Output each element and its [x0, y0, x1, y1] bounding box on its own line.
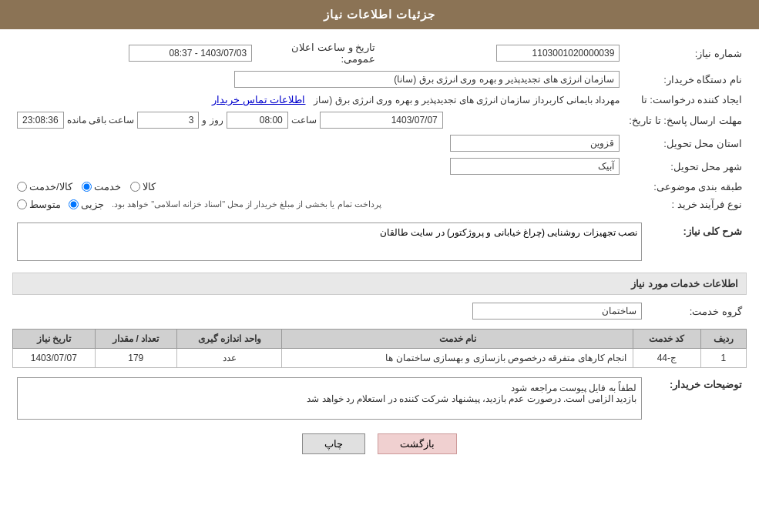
ostan-input: قزوین	[450, 135, 620, 152]
btn-bazgasht[interactable]: بازگشت	[378, 433, 457, 454]
sharhkoli-label: شرح کلی نیاز:	[646, 219, 747, 266]
tarikh-value: 1403/07/03 - 08:37	[12, 38, 257, 68]
row-ijadkonande: ایجاد کننده درخواست: تا مهرداد بایمانی ک…	[12, 91, 747, 109]
radio-kala-khadamat-input[interactable]	[17, 182, 27, 192]
mohlat-rooz-value: 3	[137, 112, 199, 129]
page-wrapper: جزئیات اطلاعات نیاز شماره نیاز: 11030010…	[0, 0, 759, 532]
tavzihat-box: لطفاً به فایل پیوست مراجعه شود بازدید ال…	[17, 377, 642, 420]
row-garohkhadamat: گروه خدمت: ساختمان	[12, 299, 747, 323]
tavzihat-line2: بازدید الزامی است. درصورت عدم بازدید، پی…	[22, 393, 636, 404]
row-shomare-tarikh: شماره نیاز: 1103001020000039 تاریخ و ساع…	[12, 38, 747, 68]
radio-jozi-input[interactable]	[69, 199, 79, 209]
cell-namkhadamat: انجام کارهای متفرقه درخصوص بازسازی و بهس…	[282, 349, 633, 368]
countdown-label: ساعت باقی مانده	[67, 115, 135, 125]
page-header: جزئیات اطلاعات نیاز	[0, 0, 759, 29]
col-vahed: واحد اندازه گیری	[177, 330, 282, 349]
row-tavzihat: توضیحات خریدار: لطفاً به فایل پیوست مراج…	[12, 374, 747, 423]
noefrayand-label: نوع فرآیند خرید :	[624, 196, 747, 213]
tarikh-input: 1403/07/03 - 08:37	[129, 45, 252, 62]
noefrayand-content: متوسط جزیی پرداخت تمام یا بخشی از مبلغ خ…	[12, 196, 624, 213]
col-namkhadamat: نام خدمت	[282, 330, 633, 349]
service-table-body: 1 ج-44 انجام کارهای متفرقه درخصوص بازساز…	[13, 349, 747, 368]
radio-motovaset-label: متوسط	[29, 199, 61, 210]
button-row: بازگشت چاپ	[12, 433, 747, 454]
col-kodkhadamat: کد خدمت	[633, 330, 701, 349]
shomare-input: 1103001020000039	[496, 45, 620, 62]
ijadkonande-link[interactable]: اطلاعات تماس خریدار	[212, 94, 305, 105]
cell-tedad: 179	[95, 349, 176, 368]
cell-vahed: عدد	[177, 349, 282, 368]
row-namdastgah: نام دستگاه خریدار: سازمان انرژی های تجدی…	[12, 68, 747, 91]
ijadkonande-text: مهرداد بایمانی کاربرداز سازمان انرژی های…	[314, 95, 620, 105]
tarikh-label: تاریخ و ساعت اعلان عمومی:	[257, 38, 380, 68]
radio-khadamat-input[interactable]	[82, 182, 92, 192]
col-tedad: تعداد / مقدار	[95, 330, 176, 349]
cell-tarikh: 1403/07/07	[13, 349, 96, 368]
garohkhadamat-label: گروه خدمت:	[646, 299, 747, 323]
ijadkonande-value: مهرداد بایمانی کاربرداز سازمان انرژی های…	[12, 91, 624, 109]
mohlat-row: 23:08:36 ساعت باقی مانده 3 روز و 08:00 س…	[12, 109, 624, 132]
radio-motovaset-input[interactable]	[17, 199, 27, 209]
radio-kala-khadamat[interactable]: کالا/خدمت	[17, 181, 72, 192]
mohlat-saat-label: ساعت	[291, 115, 317, 125]
sharhkoli-textarea[interactable]: نصب تجهیزات روشنایی (چراغ خیابانی و پروژ…	[17, 223, 642, 261]
row-sharhkoli: شرح کلی نیاز: نصب تجهیزات روشنایی (چراغ …	[12, 219, 747, 266]
tabaqe-radios: کالا/خدمت خدمت کالا	[12, 178, 624, 196]
info-table: شماره نیاز: 1103001020000039 تاریخ و ساع…	[12, 38, 747, 213]
table-row: 1 ج-44 انجام کارهای متفرقه درخصوص بازساز…	[13, 349, 747, 368]
sharhkoli-label-text: شرح کلی نیاز:	[683, 226, 742, 237]
row-ostan: استان محل تحویل: قزوین	[12, 132, 747, 155]
radio-jozi-label: جزیی	[81, 199, 104, 210]
service-table-header-row: ردیف کد خدمت نام خدمت واحد اندازه گیری ت…	[13, 330, 747, 349]
shahr-input: آبیک	[450, 158, 620, 175]
row-mohlat: مهلت ارسال پاسخ: تا تاریخ: 23:08:36 ساعت…	[12, 109, 747, 132]
radio-kala-label: کالا	[143, 181, 156, 192]
namdastgah-label: نام دستگاه خریدار:	[624, 68, 747, 91]
garohkhadamat-input: ساختمان	[472, 303, 642, 320]
khadamat-section-header: اطلاعات خدمات مورد نیاز	[12, 273, 747, 295]
khadamat-section-title: اطلاعات خدمات مورد نیاز	[631, 278, 738, 289]
noefrayand-desc: پرداخت تمام یا بخشی از مبلغ خریدار از مح…	[112, 199, 381, 209]
mohlat-rooz-label: روز و	[202, 115, 223, 125]
tavzihat-content: لطفاً به فایل پیوست مراجعه شود بازدید ال…	[12, 374, 646, 423]
shahr-label: شهر محل تحویل:	[624, 155, 747, 178]
row-shahr: شهر محل تحویل: آبیک	[12, 155, 747, 178]
radio-kala-khadamat-label: کالا/خدمت	[29, 181, 72, 192]
mohlat-saat-value: 08:00	[227, 112, 288, 129]
tavzihat-label-text: توضیحات خریدار:	[670, 379, 742, 390]
noefrayand-row: متوسط جزیی پرداخت تمام یا بخشی از مبلغ خ…	[17, 199, 620, 210]
content-area: شماره نیاز: 1103001020000039 تاریخ و ساع…	[0, 29, 759, 470]
shahr-value: آبیک	[12, 155, 624, 178]
cell-kodkhadamat: ج-44	[633, 349, 701, 368]
tabaqe-label: طبقه بندی موضوعی:	[624, 178, 747, 196]
tavzihat-label: توضیحات خریدار:	[646, 374, 747, 423]
page-title: جزئیات اطلاعات نیاز	[324, 8, 435, 21]
namdastgah-input: سازمان انرژی های تجدیدپذیر و بهره وری ان…	[234, 71, 620, 88]
sharh-koli-table: شرح کلی نیاز: نصب تجهیزات روشنایی (چراغ …	[12, 219, 747, 266]
radio-kala-input[interactable]	[130, 182, 140, 192]
ijadkonande-label: ایجاد کننده درخواست: تا	[624, 91, 747, 109]
ostan-value: قزوین	[12, 132, 624, 155]
radio-khadamat[interactable]: خدمت	[82, 181, 121, 192]
garoh-khadamat-table: گروه خدمت: ساختمان	[12, 299, 747, 323]
tavzihat-line1: لطفاً به فایل پیوست مراجعه شود	[22, 383, 636, 393]
row-tabaqe: طبقه بندی موضوعی: کالا/خدمت خدمت کالا	[12, 178, 747, 196]
radio-motovaset[interactable]: متوسط	[17, 199, 61, 210]
shomare-label: شماره نیاز:	[624, 38, 747, 68]
sharhkoli-value: نصب تجهیزات روشنایی (چراغ خیابانی و پروژ…	[12, 219, 646, 266]
shomare-value: 1103001020000039	[380, 38, 624, 68]
btn-chap[interactable]: چاپ	[302, 433, 365, 454]
row-noefrayand: نوع فرآیند خرید : متوسط جزیی پرداخت تمام…	[12, 196, 747, 213]
radio-jozi[interactable]: جزیی	[69, 199, 104, 210]
namdastgah-value: سازمان انرژی های تجدیدپذیر و بهره وری ان…	[12, 68, 624, 91]
ostan-label: استان محل تحویل:	[624, 132, 747, 155]
tavzihat-table: توضیحات خریدار: لطفاً به فایل پیوست مراج…	[12, 374, 747, 423]
radio-kala[interactable]: کالا	[130, 181, 156, 192]
tabaqe-radio-group: کالا/خدمت خدمت کالا	[17, 181, 620, 192]
service-table-head: ردیف کد خدمت نام خدمت واحد اندازه گیری ت…	[13, 330, 747, 349]
countdown-box: 23:08:36	[17, 112, 64, 129]
mohlat-date-value: 1403/07/07	[320, 112, 443, 129]
col-radif: ردیف	[700, 330, 746, 349]
service-table: ردیف کد خدمت نام خدمت واحد اندازه گیری ت…	[12, 329, 747, 368]
garohkhadamat-value: ساختمان	[12, 299, 646, 323]
